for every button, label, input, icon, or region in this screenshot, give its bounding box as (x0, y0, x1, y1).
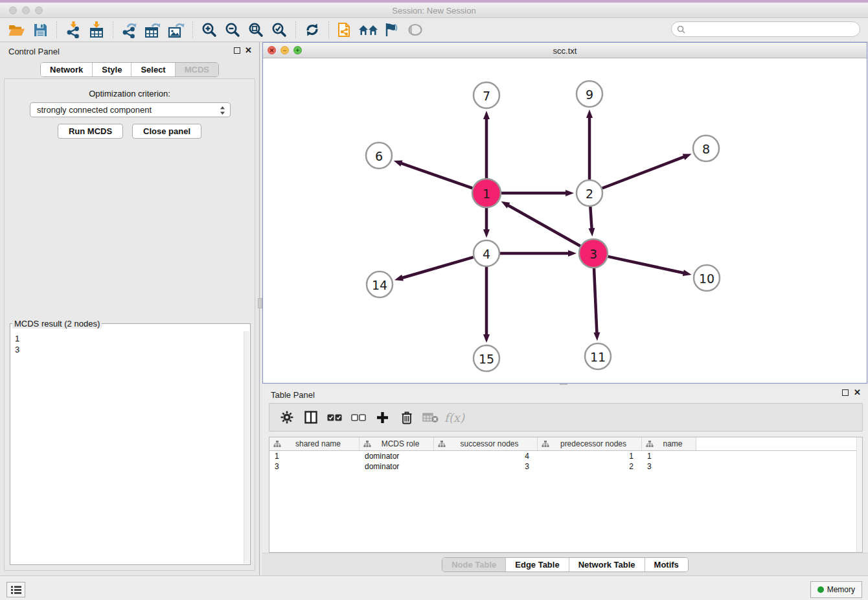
create-column-button[interactable] (371, 406, 394, 428)
app-title: Session: New Session (0, 6, 868, 16)
run-mcds-button[interactable]: Run MCDS (58, 124, 123, 139)
search-input[interactable] (685, 25, 847, 34)
tab-edge-table[interactable]: Edge Table (506, 558, 569, 571)
app-titlebar: Session: New Session (0, 3, 868, 18)
graph-edge-3-1[interactable] (507, 205, 580, 246)
export-table-button[interactable] (141, 19, 165, 40)
column-header-shared-name[interactable]: shared name (269, 437, 360, 450)
graph-edge-1-6[interactable] (400, 163, 472, 188)
table-cell[interactable]: 2 (538, 462, 642, 471)
zoom-fit-button[interactable] (244, 19, 268, 40)
delete-table-button[interactable] (418, 406, 442, 428)
graph-edge-2-3[interactable] (590, 207, 591, 230)
hierarchy-icon (438, 441, 446, 448)
hierarchy-icon (273, 441, 281, 448)
first-neighbors-button[interactable] (357, 19, 380, 40)
table-tabs: Node Table Edge Table Network Table Moti… (262, 553, 868, 575)
save-session-button[interactable] (29, 19, 52, 40)
open-session-button[interactable] (5, 19, 29, 40)
column-header-name[interactable]: name (642, 437, 696, 450)
mcds-result-scrollbar[interactable] (244, 331, 249, 564)
tab-node-table[interactable]: Node Table (442, 558, 506, 571)
network-window-titlebar[interactable]: ✕ − + scc.txt (263, 43, 867, 58)
birds-eye-view-button[interactable] (404, 19, 427, 40)
mcds-result-title: MCDS result (2 nodes) (12, 319, 102, 329)
deselect-all-button[interactable] (347, 406, 371, 428)
tab-network[interactable]: Network (41, 63, 93, 76)
table-cell[interactable]: 3 (434, 462, 538, 471)
network-window-title: scc.txt (263, 46, 867, 56)
table-cell[interactable]: 1 (538, 452, 642, 461)
table-cell[interactable]: 4 (434, 452, 538, 461)
network-window: ✕ − + scc.txt 7968124314101511 (262, 42, 867, 384)
graph-edge-3-11[interactable] (594, 268, 597, 334)
tab-network-table[interactable]: Network Table (569, 558, 645, 571)
network-from-selection-button[interactable] (334, 19, 357, 40)
graph-node-label: 11 (590, 350, 606, 364)
table-row[interactable]: 3dominator323 (269, 461, 862, 472)
close-panel-icon[interactable]: ✕ (245, 47, 252, 54)
graph-edge-4-14[interactable] (401, 257, 474, 279)
control-panel-tabs: Network Style Select MCDS (0, 62, 259, 77)
zoom-in-button[interactable] (198, 19, 221, 40)
table-cell[interactable]: dominator (360, 452, 434, 461)
close-table-panel-icon[interactable]: ✕ (854, 389, 861, 397)
mcds-result-text[interactable]: 1 3 (11, 331, 244, 564)
import-network-icon (65, 21, 81, 38)
tab-motifs[interactable]: Motifs (645, 558, 688, 571)
flag-icon (383, 22, 400, 38)
save-icon (34, 23, 47, 37)
table-settings-button[interactable] (275, 406, 299, 428)
table-body: 1dominator4113dominator323 (269, 451, 862, 472)
graph-edge-arrowhead (593, 332, 600, 341)
search-field[interactable] (671, 21, 860, 37)
export-network-button[interactable] (118, 19, 141, 40)
import-table-icon (89, 21, 104, 38)
float-table-panel-icon[interactable] (842, 389, 849, 396)
zoom-out-button[interactable] (221, 19, 244, 40)
tab-mcds[interactable]: MCDS (176, 63, 218, 76)
close-panel-button[interactable]: Close panel (132, 124, 201, 139)
column-header-predecessor-nodes[interactable]: predecessor nodes (538, 437, 642, 450)
network-canvas[interactable]: 7968124314101511 (263, 58, 867, 383)
import-network-button[interactable] (62, 19, 85, 40)
tab-style[interactable]: Style (93, 63, 131, 76)
memory-button[interactable]: Memory (810, 581, 862, 598)
table-cell[interactable]: dominator (360, 462, 434, 471)
column-header-MCDS-role[interactable]: MCDS role (360, 437, 434, 450)
table-cell[interactable]: 1 (269, 452, 360, 461)
table-toolbar: f(x) (269, 403, 863, 432)
select-all-button[interactable] (323, 406, 347, 428)
mcds-panel: Optimization criterion: strongly connect… (4, 78, 255, 571)
graph-edge-arrowhead (483, 229, 490, 238)
graph-edge-3-10[interactable] (608, 257, 685, 273)
tab-select[interactable]: Select (131, 63, 175, 76)
table-cell[interactable]: 3 (269, 462, 360, 471)
export-image-button[interactable] (165, 19, 188, 40)
toolbar-separator (113, 21, 113, 38)
network-graph[interactable]: 7968124314101511 (263, 58, 867, 383)
apply-layout-button[interactable] (301, 19, 324, 40)
column-header-successor-nodes[interactable]: successor nodes (434, 437, 538, 450)
splitter-grip[interactable] (258, 298, 262, 308)
float-panel-icon[interactable] (234, 47, 240, 54)
table-row[interactable]: 1dominator411 (269, 451, 862, 461)
zoom-selected-button[interactable] (268, 19, 291, 40)
export-table-icon (144, 21, 161, 38)
table-scrollbar[interactable] (856, 437, 862, 552)
show-graphics-details-button[interactable] (380, 19, 404, 40)
graph-edge-2-8[interactable] (602, 156, 686, 188)
delete-column-button[interactable] (394, 406, 418, 428)
toolbar-separator (295, 21, 296, 38)
optimization-criterion-select[interactable]: strongly connected component (30, 102, 231, 117)
import-table-button[interactable] (85, 19, 108, 40)
table-cell[interactable]: 3 (642, 462, 696, 471)
show-tasks-button[interactable] (6, 582, 25, 597)
unchecked-boxes-icon (351, 414, 366, 421)
show-columns-button[interactable] (299, 406, 323, 428)
zoom-selected-icon (271, 22, 288, 38)
hierarchy-icon (646, 441, 654, 448)
function-builder-button[interactable]: f(x) (442, 406, 466, 428)
graph-edge-arrowhead (394, 160, 403, 166)
table-cell[interactable]: 1 (642, 452, 696, 461)
